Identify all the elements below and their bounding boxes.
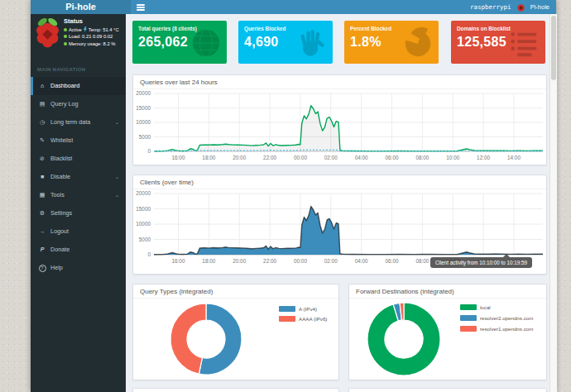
donate-paypal-icon: P <box>38 241 46 259</box>
dashboard-icon: ⌂ <box>38 77 46 95</box>
scrollbar-thumb[interactable] <box>551 16 556 80</box>
sidebar-item-tools[interactable]: ▦ Tools ⌄ <box>31 186 126 204</box>
temperature-icon <box>84 26 87 32</box>
panel-queries-over-time: Queries over last 24 hours 16:0018:0020:… <box>132 74 547 165</box>
pie-chart-icon <box>402 27 434 62</box>
svg-text:10000: 10000 <box>136 221 151 227</box>
legend-swatch <box>460 315 477 321</box>
legend-item[interactable]: AAAA (IPv6) <box>279 316 327 322</box>
legend-item[interactable]: resolver2.opendns.com <box>460 315 533 321</box>
globe-icon <box>190 27 222 62</box>
svg-text:22:00: 22:00 <box>263 155 276 160</box>
disable-icon: ■ <box>38 168 46 186</box>
chevron-down-icon: ⌄ <box>115 113 119 131</box>
queries-line-chart[interactable]: 16:0018:0020:0022:0000:0002:0004:0006:00… <box>133 89 545 163</box>
sidebar-item-logout[interactable]: → Logout <box>31 222 126 241</box>
svg-text:20000: 20000 <box>136 190 151 196</box>
legend-swatch <box>460 304 477 310</box>
legend-item[interactable]: local <box>460 304 491 310</box>
hand-icon <box>295 27 328 62</box>
brand-logo[interactable]: Pi-hole <box>31 0 131 14</box>
tooltip-caret <box>503 254 510 257</box>
user-menu[interactable]: Pi-hole <box>530 3 549 11</box>
chevron-down-icon: ⌄ <box>115 186 119 204</box>
svg-text:22:00: 22:00 <box>263 258 276 264</box>
chevron-down-icon: ⌄ <box>115 168 119 186</box>
tools-icon: ▦ <box>38 186 46 204</box>
panel-title: Forward Destinations (integrated) <box>356 288 454 295</box>
svg-text:08:00: 08:00 <box>415 258 429 264</box>
svg-text:5000: 5000 <box>139 134 151 140</box>
sidebar-nav: ⌂ Dashboard ▤ Query Log ◷ Long term data… <box>31 77 126 277</box>
card-total-queries[interactable]: Total queries (8 clients) 265,062 <box>132 21 227 64</box>
panel-title: Clients (over time) <box>140 179 194 186</box>
svg-text:15000: 15000 <box>136 105 151 111</box>
svg-text:06:00: 06:00 <box>386 258 399 264</box>
sidebar-item-dashboard[interactable]: ⌂ Dashboard <box>31 77 126 95</box>
logout-icon: → <box>38 222 46 241</box>
status-ok-dot-icon <box>64 28 67 31</box>
svg-text:12:00: 12:00 <box>477 155 490 160</box>
svg-text:20:00: 20:00 <box>233 258 246 264</box>
sidebar-item-donate[interactable]: P Donate <box>31 241 126 259</box>
forward-destinations-donut-chart[interactable] <box>349 299 545 378</box>
svg-text:20:00: 20:00 <box>233 155 246 160</box>
card-queries-blocked[interactable]: Queries Blocked 4,690 <box>238 21 333 64</box>
legend-swatch <box>279 306 295 312</box>
sidebar-item-help[interactable]: ? Help <box>31 259 126 277</box>
svg-text:02:00: 02:00 <box>324 258 338 264</box>
svg-text:10000: 10000 <box>136 119 151 125</box>
chart-tooltip: Client activity from 10:10:00 to 10:19:5… <box>430 257 532 268</box>
svg-text:0: 0 <box>147 251 151 257</box>
status-line-load: Load: 0.21 0.09 0.02 <box>64 34 113 39</box>
panel-forward-destinations: Forward Destinations (integrated) local … <box>348 284 547 380</box>
svg-text:18:00: 18:00 <box>202 155 215 160</box>
settings-icon: ⚙ <box>38 204 46 222</box>
svg-text:20000: 20000 <box>136 90 151 96</box>
svg-text:00:00: 00:00 <box>294 155 307 160</box>
legend-swatch <box>279 316 295 322</box>
svg-text:00:00: 00:00 <box>294 258 307 264</box>
panel-title: Queries over last 24 hours <box>140 79 218 86</box>
hostname-link[interactable]: raspberrypi <box>470 3 511 11</box>
sidebar-item-blacklist[interactable]: ⊘ Blacklist <box>31 150 126 168</box>
svg-text:14:00: 14:00 <box>507 155 521 160</box>
panel-query-types: Query Types (integrated) A (IPv4) AAAA (… <box>132 284 339 380</box>
svg-text:18:00: 18:00 <box>202 258 215 264</box>
panel-partial-right <box>348 388 547 392</box>
sidebar-item-disable[interactable]: ■ Disable ⌄ <box>31 168 126 186</box>
sidebar: Status Active Temp: 51.4 °C Load: 0.21 0… <box>31 14 126 392</box>
sidebar-item-whitelist[interactable]: ✎ Whitelist <box>31 131 126 150</box>
list-icon <box>507 27 540 62</box>
status-line-memory: Memory usage: 8.2 % <box>64 41 115 46</box>
sidebar-item-query-log[interactable]: ▤ Query Log <box>31 95 126 113</box>
status-block: Status Active Temp: 51.4 °C Load: 0.21 0… <box>31 14 126 52</box>
sidebar-item-long-term-data[interactable]: ◷ Long term data ⌄ <box>31 113 126 131</box>
clock-icon: ◷ <box>38 113 46 131</box>
status-line-active: Active Temp: 51.4 °C <box>64 26 119 32</box>
status-ok-dot-icon <box>64 35 67 38</box>
blacklist-icon: ⊘ <box>38 150 46 168</box>
svg-text:5000: 5000 <box>139 237 151 242</box>
pihole-admin-window: Pi-hole raspberrypi Pi-hole <box>31 0 556 392</box>
sidebar-toggle-button[interactable] <box>134 0 147 14</box>
legend-swatch <box>460 326 477 332</box>
svg-text:06:00: 06:00 <box>386 155 399 160</box>
sidebar-item-settings[interactable]: ⚙ Settings <box>31 204 126 222</box>
top-navbar: Pi-hole raspberrypi Pi-hole <box>31 0 556 14</box>
card-percent-blocked[interactable]: Percent Blocked 1.8% <box>344 21 439 64</box>
vertical-scrollbar[interactable] <box>549 14 557 392</box>
legend-item[interactable]: A (IPv4) <box>279 306 317 312</box>
nav-section-label: MAIN NAVIGATION <box>37 67 85 72</box>
card-domains-blocklist[interactable]: Domains on Blocklist 125,585 <box>451 21 545 64</box>
whitelist-icon: ✎ <box>38 131 46 150</box>
help-icon: ? <box>38 259 46 277</box>
status-ok-dot-icon <box>64 42 67 45</box>
svg-text:16:00: 16:00 <box>171 155 185 160</box>
legend-item[interactable]: resolver1.opendns.com <box>460 326 533 332</box>
svg-text:15000: 15000 <box>136 206 151 212</box>
svg-text:08:00: 08:00 <box>415 155 429 160</box>
svg-text:04:00: 04:00 <box>355 258 368 264</box>
svg-text:10:00: 10:00 <box>446 155 459 160</box>
panel-partial-left <box>132 388 339 392</box>
